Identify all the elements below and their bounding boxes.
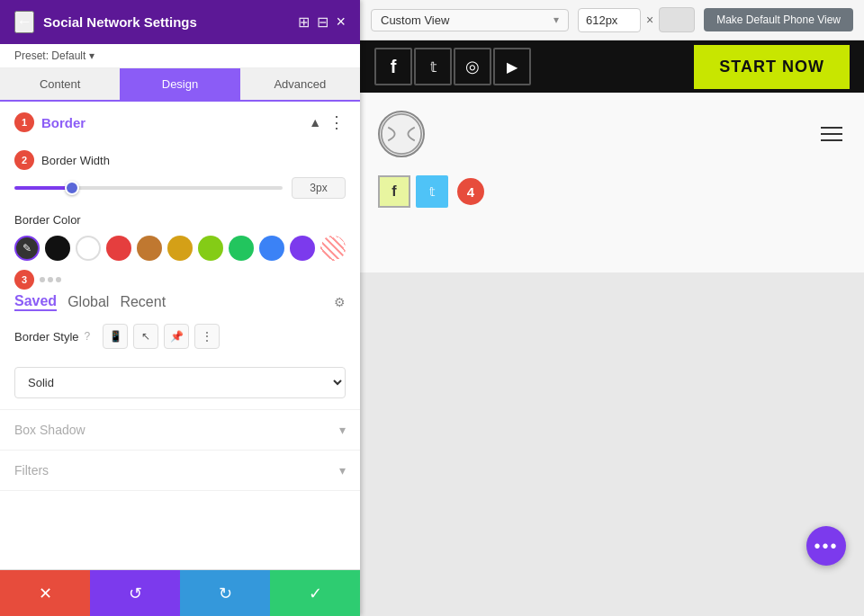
color-brown[interactable] [137,236,162,261]
social-icons-bar: f 𝕥 ◎ ▶ [374,48,531,85]
filters-section[interactable]: Filters ▾ [0,451,360,491]
tabs-bar: Content Design Advanced [0,68,360,102]
style-select-row: Solid Dashed Dotted Double [0,363,360,409]
preset-label: Preset: Default [14,49,86,62]
color-yellow[interactable] [167,236,193,261]
color-white[interactable] [76,236,101,261]
bottom-toolbar: ✕ ↺ ↻ ✓ [0,569,360,616]
header-icons: ⊞ ⊟ × [298,13,346,31]
size-lock [659,7,695,32]
hamburger-line-2 [821,133,842,135]
left-panel: ← Social Network Settings ⊞ ⊟ × Preset: … [0,0,360,616]
color-swatches: ✎ [0,232,360,268]
content-header-row [378,111,846,157]
step-3-circle: 3 [14,270,34,290]
box-shadow-label: Box Shadow [14,423,86,437]
color-black[interactable] [45,236,70,261]
border-section: 1 Border ▲ ⋮ 2 Border Width [0,102,360,410]
color-eraser[interactable] [320,236,346,261]
question-icon[interactable]: ? [85,330,91,343]
border-label: Border [41,115,86,130]
section-more-button[interactable]: ⋮ [328,112,346,132]
collapse-button[interactable]: ▲ [309,115,321,129]
step-1-circle: 1 [14,112,34,132]
border-color-label: Border Color [0,202,360,232]
tab-content[interactable]: Content [0,68,120,100]
color-lime[interactable] [198,236,223,261]
expand-icon[interactable]: ⊞ [298,13,310,31]
slider-value: 3px [292,177,346,199]
preview-area: f 𝕥 ◎ ▶ START NOW [360,40,864,616]
color-purple[interactable] [290,236,315,261]
right-panel: Custom View ▾ × Make Default Phone View … [360,0,864,616]
style-icon-cursor[interactable]: ↖ [133,324,158,349]
color-blue[interactable] [259,236,284,261]
box-shadow-chevron: ▾ [339,423,346,437]
color-tab-recent[interactable]: Recent [120,294,166,310]
svg-point-0 [382,114,421,154]
confirm-button[interactable]: ✓ [270,570,360,616]
style-icon-pin[interactable]: 📌 [164,324,189,349]
site-content: f 𝕥 4 [360,93,864,272]
size-input[interactable] [578,8,641,32]
panel-title: Social Network Settings [43,14,197,30]
back-button[interactable]: ← [14,11,34,33]
section-title: 1 Border [14,112,86,132]
site-header: f 𝕥 ◎ ▶ START NOW [360,40,864,93]
slider-row: 3px [14,177,346,199]
border-width-label: 2 Border Width [14,150,346,170]
close-button[interactable]: × [336,13,346,31]
redo-button[interactable]: ↻ [180,570,270,616]
panel-header-left: ← Social Network Settings [14,11,197,33]
border-style-select[interactable]: Solid Dashed Dotted Double [14,367,346,398]
border-style-label: Border Style ? 📱 ↖ 📌 ⋮ [14,324,346,349]
hamburger-line-1 [821,127,842,129]
step-2-circle: 2 [14,150,34,170]
color-green[interactable] [229,236,254,261]
color-dots [40,277,61,282]
filters-label: Filters [14,463,49,478]
style-icon-phone[interactable]: 📱 [103,324,128,349]
fab-button[interactable]: ••• [806,526,846,566]
border-style-row: Border Style ? 📱 ↖ 📌 ⋮ [0,317,360,363]
color-settings-icon[interactable]: ⚙ [334,295,346,309]
panel-header: ← Social Network Settings ⊞ ⊟ × [0,0,360,44]
hamburger-line-3 [821,139,842,141]
content-twitter-icon[interactable]: 𝕥 [416,175,448,208]
color-red[interactable] [106,236,131,261]
tennis-ball-icon [378,111,425,157]
filters-chevron: ▾ [339,463,346,478]
hamburger-menu[interactable] [817,123,846,145]
color-dropper[interactable]: ✎ [14,236,40,261]
undo-button[interactable]: ↺ [90,570,180,616]
twitter-icon-box[interactable]: 𝕥 [414,48,452,85]
instagram-icon-box[interactable]: ◎ [454,48,491,85]
border-width-row: 2 Border Width 3px [0,143,360,202]
facebook-icon-box[interactable]: f [374,48,412,85]
panel-content: 1 Border ▲ ⋮ 2 Border Width [0,102,360,569]
size-input-row: × [578,7,695,32]
tab-design[interactable]: Design [120,68,239,100]
size-clear-icon[interactable]: × [646,13,653,27]
make-default-button[interactable]: Make Default Phone View [704,8,853,31]
section-header: 1 Border ▲ ⋮ [0,102,360,143]
color-tab-saved[interactable]: Saved [14,293,57,311]
preset-dropdown[interactable]: ▾ [89,49,94,62]
border-width-slider[interactable] [14,186,283,190]
cancel-button[interactable]: ✕ [0,570,90,616]
step-4-circle: 4 [457,178,484,205]
content-social-row: f 𝕥 4 [378,175,484,208]
tab-advanced[interactable]: Advanced [240,68,360,100]
start-now-button[interactable]: START NOW [694,45,850,89]
box-shadow-section[interactable]: Box Shadow ▾ [0,410,360,451]
section-controls: ▲ ⋮ [309,112,346,132]
style-icon-more[interactable]: ⋮ [194,324,220,349]
content-fb-icon[interactable]: f [378,175,410,208]
color-tab-global[interactable]: Global [68,294,109,310]
preview-topbar: Custom View ▾ × Make Default Phone View [360,0,864,40]
site-preview: f 𝕥 ◎ ▶ START NOW [360,40,864,272]
youtube-icon-box[interactable]: ▶ [493,48,531,85]
view-dropdown-icon: ▾ [554,13,559,26]
preset-bar: Preset: Default ▾ [0,44,360,68]
layout-icon[interactable]: ⊟ [317,13,328,31]
